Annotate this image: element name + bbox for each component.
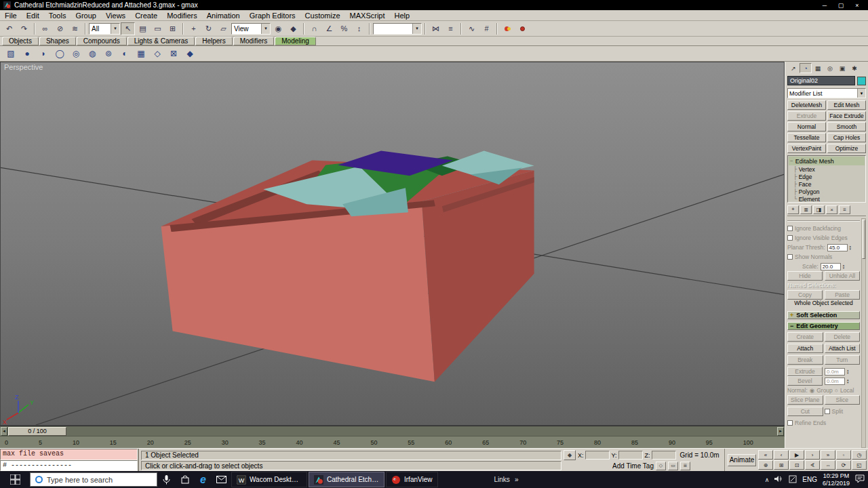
modifier-list-dropdown[interactable]: Modifier List ▼: [787, 88, 866, 98]
stack-item-face[interactable]: ├Face: [789, 180, 865, 188]
stack-item-edge[interactable]: ├Edge: [789, 173, 865, 180]
utilities-panel-icon[interactable]: ✱: [848, 63, 861, 73]
select-and-link-icon[interactable]: ∞: [38, 22, 52, 35]
modify-panel-icon[interactable]: ◔: [800, 63, 812, 73]
tab-objects[interactable]: Objects: [2, 37, 39, 45]
percent-snap-icon[interactable]: %: [337, 22, 351, 35]
edit-geometry-rollout[interactable]: − Edit Geometry: [787, 322, 860, 330]
bind-to-spacewarp-icon[interactable]: ≋: [68, 22, 82, 35]
material-editor-icon[interactable]: [500, 22, 515, 35]
schematic-view-icon[interactable]: #: [479, 22, 494, 35]
cap-holes-button[interactable]: Cap Holes: [827, 133, 866, 142]
expand-icon[interactable]: −: [790, 158, 793, 164]
primitive-cylinder-icon[interactable]: ◗: [36, 47, 51, 60]
angle-snap-icon[interactable]: ∠: [322, 22, 336, 35]
tab-helpers[interactable]: Helpers: [195, 37, 232, 45]
make-unique-icon[interactable]: ◨: [813, 205, 825, 214]
primitive-hedra-icon[interactable]: ◆: [182, 47, 197, 60]
edge-icon[interactable]: e: [194, 471, 212, 488]
primitive-teapot-icon[interactable]: ◎: [68, 47, 83, 60]
restore-button[interactable]: ▢: [836, 2, 846, 9]
primitive-torus-icon[interactable]: ◯: [52, 47, 67, 60]
primitive-tube-icon[interactable]: ◐: [117, 47, 132, 60]
object-name-field[interactable]: Original02: [787, 76, 855, 85]
planar-thresh-field[interactable]: 45.0: [827, 244, 848, 251]
next-frame-icon[interactable]: ›: [805, 450, 820, 460]
attach-button[interactable]: Attach: [787, 344, 823, 353]
menu-edit[interactable]: Edit: [22, 10, 44, 20]
configure-modifier-sets-icon[interactable]: ≡: [839, 205, 850, 214]
optimize-button[interactable]: Optimize: [827, 144, 866, 153]
primitive-pyramid-icon[interactable]: ◇: [150, 47, 165, 60]
animate-button[interactable]: Animate: [728, 454, 756, 466]
attach-list-button[interactable]: Attach List: [825, 344, 861, 353]
show-end-result-icon[interactable]: ≣: [800, 205, 812, 214]
time-configuration-icon[interactable]: ◷: [852, 450, 867, 460]
unlink-icon[interactable]: ⊘: [53, 22, 67, 35]
selection-lock-icon[interactable]: ◆: [564, 450, 576, 460]
select-manipulate-icon[interactable]: ◆: [286, 22, 300, 35]
remove-modifier-icon[interactable]: ×: [826, 205, 837, 214]
links-toolbar[interactable]: Links »: [494, 476, 519, 483]
smooth-button[interactable]: Smooth: [827, 122, 866, 131]
named-selection-sets-dropdown[interactable]: ▼: [373, 23, 422, 35]
menu-views[interactable]: Views: [101, 10, 130, 20]
microphone-icon[interactable]: [157, 471, 176, 488]
time-slider-right-arrow[interactable]: ▸: [777, 427, 784, 436]
soft-selection-rollout[interactable]: + Soft Selection: [787, 311, 860, 319]
menu-create[interactable]: Create: [130, 10, 162, 20]
rect-selection-region-icon[interactable]: ▭: [151, 22, 165, 35]
minimize-button[interactable]: ─: [820, 2, 829, 9]
select-object-icon[interactable]: ↖: [121, 22, 135, 35]
start-button[interactable]: [0, 471, 30, 488]
stack-item-polygon[interactable]: ├Polygon: [789, 188, 865, 195]
tab-modifiers[interactable]: Modifiers: [233, 37, 275, 45]
select-by-name-icon[interactable]: ▤: [136, 22, 150, 35]
z-coordinate-field[interactable]: [652, 451, 676, 460]
menu-customize[interactable]: Customize: [300, 10, 345, 20]
tab-shapes[interactable]: Shapes: [39, 37, 76, 45]
menu-modifiers[interactable]: Modifiers: [162, 10, 202, 20]
menu-maxscript[interactable]: MAXScript: [345, 10, 390, 20]
primitive-grid-icon[interactable]: ▦: [134, 47, 149, 60]
mail-icon[interactable]: [212, 471, 231, 488]
render-scene-icon[interactable]: [515, 22, 530, 35]
select-rotate-icon[interactable]: ↻: [201, 22, 216, 35]
align-icon[interactable]: ≡: [443, 22, 458, 35]
select-scale-icon[interactable]: ▱: [216, 22, 231, 35]
play-icon[interactable]: ▶: [789, 450, 804, 460]
language-indicator[interactable]: ENG: [802, 476, 817, 483]
action-center-icon[interactable]: [855, 474, 865, 485]
time-slider-handle[interactable]: 0 / 100: [8, 427, 66, 436]
stack-item-editable-mesh[interactable]: − Editable Mesh: [789, 157, 865, 165]
time-slider-left-arrow[interactable]: ◂: [1, 427, 7, 436]
menu-group[interactable]: Group: [71, 10, 101, 20]
volume-icon[interactable]: [774, 475, 783, 484]
go-to-end-icon[interactable]: »: [821, 450, 835, 460]
redo-icon[interactable]: ↷: [17, 22, 31, 35]
listener-line[interactable]: # ---------------: [0, 460, 138, 472]
primitive-geosphere-icon[interactable]: ⊚: [101, 47, 116, 60]
pin-stack-icon[interactable]: ⌖: [787, 205, 799, 214]
stack-item-element[interactable]: └Element: [789, 195, 865, 203]
undo-icon[interactable]: ↶: [2, 22, 16, 35]
face-extrude-button[interactable]: Face Extrude: [827, 111, 866, 121]
rollout-scrollbar[interactable]: [861, 218, 866, 448]
editmesh-button[interactable]: Edit Mesh: [827, 100, 866, 110]
go-to-start-icon[interactable]: «: [758, 450, 773, 460]
min-max-toggle-icon[interactable]: ◱: [852, 460, 867, 470]
stack-item-vertex[interactable]: ├Vertex: [789, 165, 865, 173]
scrollbar-thumb[interactable]: [862, 220, 865, 259]
menu-help[interactable]: Help: [390, 10, 415, 20]
taskbar-search-input[interactable]: Type here to search: [30, 472, 157, 487]
taskbar-clock[interactable]: 10:29 PM 6/12/2019: [823, 472, 850, 487]
normal-button[interactable]: Normal: [787, 122, 826, 131]
track-toggle-icon[interactable]: ▭: [668, 462, 678, 470]
hidden-icons-chevron[interactable]: ∧: [765, 476, 770, 483]
track-bar[interactable]: 0 5 10 15 20 25 30 35 40 45 50 55 60 65 …: [0, 436, 785, 448]
object-color-swatch[interactable]: [857, 77, 866, 85]
mirror-icon[interactable]: ⋈: [429, 22, 443, 35]
field-of-view-icon[interactable]: ∢: [805, 460, 820, 470]
menu-file[interactable]: File: [0, 10, 22, 20]
display-panel-icon[interactable]: ▣: [836, 63, 848, 73]
